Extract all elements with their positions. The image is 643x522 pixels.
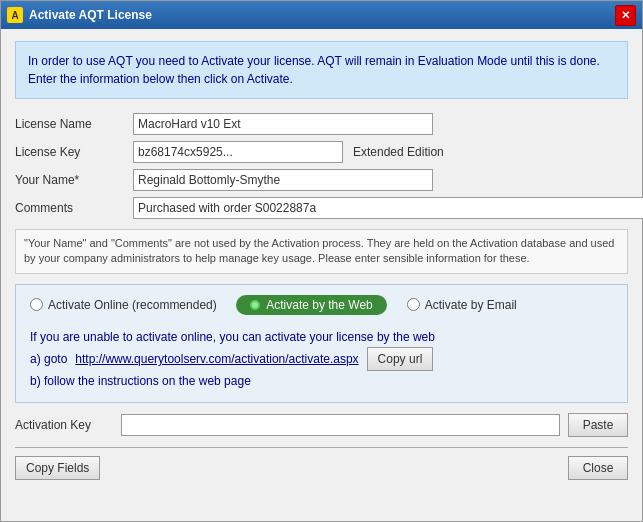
bottom-buttons-row: Copy Fields Close: [15, 456, 628, 480]
activation-key-input[interactable]: [121, 414, 560, 436]
app-icon: A: [7, 7, 23, 23]
radio-online-label: Activate Online (recommended): [48, 298, 217, 312]
radio-online-input[interactable]: [30, 298, 43, 311]
activation-key-row: Activation Key Paste: [15, 413, 628, 437]
radio-web-item[interactable]: Activate by the Web: [236, 295, 387, 315]
close-window-button[interactable]: ✕: [615, 5, 636, 26]
comments-input[interactable]: [133, 197, 643, 219]
radio-web-dot: [250, 300, 260, 310]
close-button[interactable]: Close: [568, 456, 628, 480]
main-window: A Activate AQT License ✕ In order to use…: [0, 0, 643, 522]
form-grid: License Name License Key Extended Editio…: [15, 113, 628, 219]
title-buttons: ✕: [615, 5, 636, 26]
info-text: In order to use AQT you need to Activate…: [28, 54, 600, 86]
notice-text: "Your Name" and "Comments" are not used …: [24, 237, 614, 264]
info-box: In order to use AQT you need to Activate…: [15, 41, 628, 99]
radio-web-active[interactable]: Activate by the Web: [236, 295, 387, 315]
radio-email-label: Activate by Email: [425, 298, 517, 312]
radio-row: Activate Online (recommended) Activate b…: [30, 295, 613, 315]
license-key-input[interactable]: [133, 141, 343, 163]
radio-email-item: Activate by Email: [407, 298, 613, 312]
web-line-a: a) goto http://www.querytoolserv.com/act…: [30, 347, 613, 371]
copy-url-button[interactable]: Copy url: [367, 347, 434, 371]
radio-web-label: Activate by the Web: [266, 298, 373, 312]
web-instructions: If you are unable to activate online, yo…: [30, 327, 613, 392]
notice-box: "Your Name" and "Comments" are not used …: [15, 229, 628, 274]
your-name-input[interactable]: [133, 169, 433, 191]
web-line2a: a) goto: [30, 349, 67, 369]
your-name-label: Your Name*: [15, 173, 125, 187]
comments-label: Comments: [15, 201, 125, 215]
content-area: In order to use AQT you need to Activate…: [1, 29, 642, 492]
web-line1: If you are unable to activate online, yo…: [30, 327, 613, 347]
license-key-label: License Key: [15, 145, 125, 159]
separator: [15, 447, 628, 448]
web-url-link[interactable]: http://www.querytoolserv.com/activation/…: [75, 349, 358, 369]
web-line3: b) follow the instructions on the web pa…: [30, 371, 613, 391]
radio-email-input[interactable]: [407, 298, 420, 311]
radio-online-item: Activate Online (recommended): [30, 298, 236, 312]
title-bar: A Activate AQT License ✕: [1, 1, 642, 29]
copy-fields-button[interactable]: Copy Fields: [15, 456, 100, 480]
license-name-input[interactable]: [133, 113, 433, 135]
license-key-row: Extended Edition: [133, 141, 643, 163]
activation-method-section: Activate Online (recommended) Activate b…: [15, 284, 628, 403]
title-bar-left: A Activate AQT License: [7, 7, 152, 23]
activation-key-label: Activation Key: [15, 418, 113, 432]
window-title: Activate AQT License: [29, 8, 152, 22]
paste-button[interactable]: Paste: [568, 413, 628, 437]
license-name-label: License Name: [15, 117, 125, 131]
extended-edition-label: Extended Edition: [353, 145, 444, 159]
